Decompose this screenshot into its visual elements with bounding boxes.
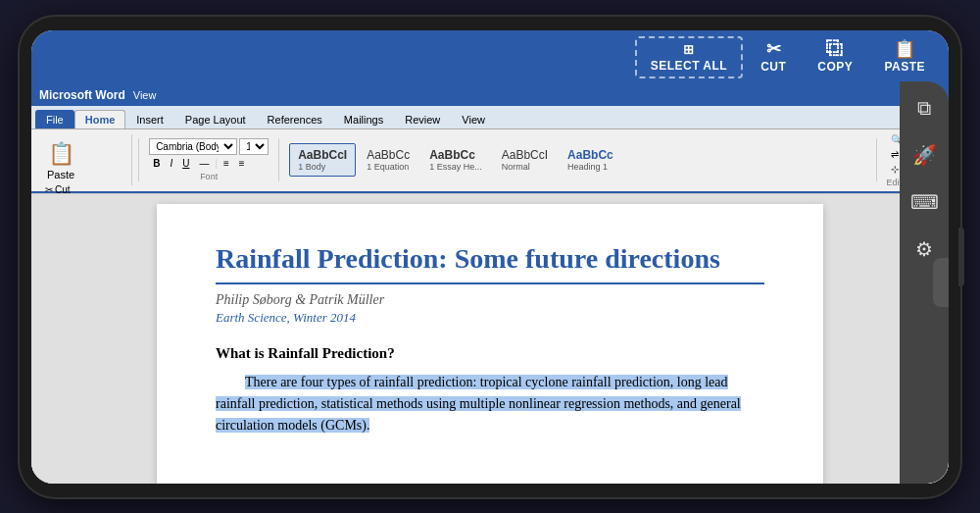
tab-page-layout[interactable]: Page Layout xyxy=(174,110,257,128)
tab-references[interactable]: References xyxy=(257,110,333,128)
tab-mailings[interactable]: Mailings xyxy=(333,110,394,128)
document-authors: Philip Søborg & Patrik Müller xyxy=(216,292,764,308)
font-label: Font xyxy=(149,172,269,181)
ribbon-sep-1 xyxy=(138,138,139,181)
ribbon-sep-2 xyxy=(278,138,279,181)
highlighted-text: There are four types of rainfall predict… xyxy=(216,375,741,434)
select-all-icon: ⊞ xyxy=(683,42,694,57)
style-heading1[interactable]: AaBbCc Heading 1 xyxy=(559,143,622,177)
body-text: There are four types of rainfall predict… xyxy=(216,372,764,437)
clipboard-buttons: 📋 Paste xyxy=(41,136,125,183)
ribbon-toolbar: 📋 Paste ✂ Cut ⿻ Copy 🖌 Format Painter Cl… xyxy=(31,129,949,193)
paste-ribbon-button[interactable]: 📋 Paste xyxy=(41,136,80,183)
section-heading: What is Rainfall Prediction? xyxy=(216,345,764,362)
page-background: Rainfall Prediction: Some future directi… xyxy=(31,194,949,484)
copy-button[interactable]: ⿻ COPY xyxy=(804,36,866,77)
keyboard-sidebar-icon[interactable]: ⌨ xyxy=(910,194,939,214)
italic-button[interactable]: I xyxy=(166,157,176,170)
style-equation[interactable]: AaBbCc 1 Equation xyxy=(358,143,418,177)
document-title: Rainfall Prediction: Some future directi… xyxy=(216,243,764,284)
select-all-label: SELECT ALL xyxy=(651,59,728,73)
paste-ribbon-label: Paste xyxy=(47,169,74,180)
font-size-select[interactable]: 12 xyxy=(239,138,269,155)
paste-ribbon-icon: 📋 xyxy=(48,141,74,167)
tab-file[interactable]: File xyxy=(35,110,74,128)
ribbon-tabs: File Home Insert Page Layout References … xyxy=(31,106,949,129)
tab-insert[interactable]: Insert xyxy=(125,110,174,128)
style-essay[interactable]: AaBbCc 1 Essay He... xyxy=(420,143,491,177)
clipboard-group: 📋 Paste ✂ Cut ⿻ Copy 🖌 Format Painter Cl… xyxy=(35,134,132,185)
touch-handle xyxy=(933,258,949,307)
style-body[interactable]: AaBbCcI 1 Body xyxy=(289,143,356,177)
styles-group: AaBbCcI 1 Body AaBbCc 1 Equation AaBbCc … xyxy=(285,134,869,185)
font-group: Cambria (Body) 12 B I U — | ≡ ≡ xyxy=(145,136,272,183)
cut-icon: ✂ xyxy=(766,40,781,58)
app-name: Microsoft Word xyxy=(39,88,125,102)
style-normal[interactable]: AaBbCcI Normal xyxy=(493,143,557,177)
underline-button[interactable]: U xyxy=(178,157,193,170)
phone-screen: ⊞ SELECT ALL ✂ CUT ⿻ COPY 📋 PASTE Micros… xyxy=(31,30,949,484)
document-subtitle: Earth Science, Winter 2014 xyxy=(216,310,764,326)
ribbon-sep-3 xyxy=(876,138,877,181)
settings-sidebar-icon[interactable]: ⚙ xyxy=(915,237,933,261)
copy-label: COPY xyxy=(817,60,853,74)
ribbon-container: Microsoft Word View File Home Insert Pag… xyxy=(31,84,949,194)
cut-button[interactable]: ✂ CUT xyxy=(747,36,800,77)
view-menu[interactable]: View xyxy=(133,89,157,101)
context-menu-bar: ⊞ SELECT ALL ✂ CUT ⿻ COPY 📋 PASTE xyxy=(31,30,949,84)
strikethrough-button[interactable]: — xyxy=(195,157,213,170)
tab-view[interactable]: View xyxy=(451,110,496,128)
copy-icon: ⿻ xyxy=(826,40,844,58)
paste-label: PASTE xyxy=(884,60,925,74)
select-all-button[interactable]: ⊞ SELECT ALL xyxy=(635,36,744,78)
font-family-select[interactable]: Cambria (Body) xyxy=(149,138,237,155)
cut-label: CUT xyxy=(760,60,786,74)
tab-home[interactable]: Home xyxy=(74,110,126,128)
document-area: Rainfall Prediction: Some future directi… xyxy=(31,194,949,484)
phone-device: ⊞ SELECT ALL ✂ CUT ⿻ COPY 📋 PASTE Micros… xyxy=(20,17,960,497)
paste-button[interactable]: 📋 PASTE xyxy=(870,36,939,77)
align-center-button[interactable]: ≡ xyxy=(235,157,249,170)
document-page: Rainfall Prediction: Some future directi… xyxy=(157,204,823,484)
bold-button[interactable]: B xyxy=(149,157,164,170)
title-bar: Microsoft Word View xyxy=(31,84,949,106)
paste-icon: 📋 xyxy=(894,40,915,58)
tab-review[interactable]: Review xyxy=(394,110,451,128)
right-sidebar: ⧉ 🚀 ⌨ ⚙ xyxy=(900,194,949,484)
align-left-button[interactable]: ≡ xyxy=(220,157,233,170)
phone-power-button xyxy=(958,228,964,286)
